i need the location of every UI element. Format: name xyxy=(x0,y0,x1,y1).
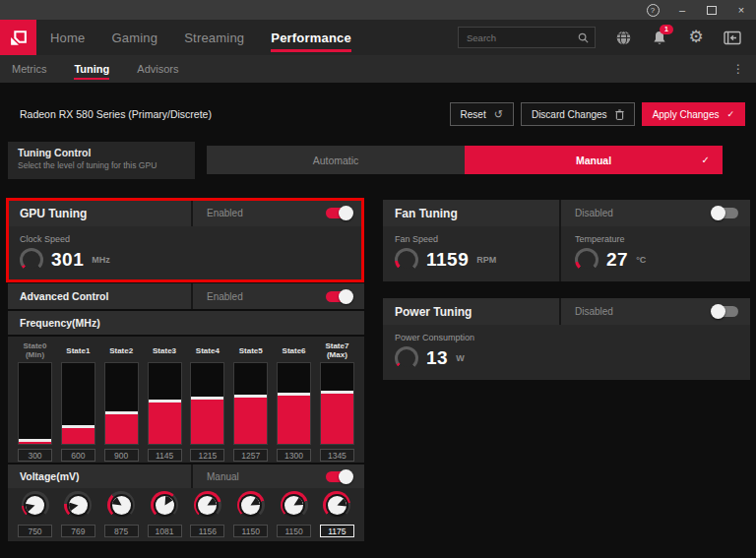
voltage-knob[interactable] xyxy=(107,491,135,519)
settings-button[interactable]: ⚙ xyxy=(687,29,705,46)
more-options-button[interactable]: ⋮ xyxy=(730,62,746,76)
help-button[interactable]: ? xyxy=(638,0,667,20)
nav-item-streaming[interactable]: Streaming xyxy=(184,20,244,55)
power-readout-row: Power Consumption 13 W xyxy=(383,325,750,380)
frequency-chart: State0(Min)State1State2State3State4State… xyxy=(8,337,364,463)
search-icon xyxy=(578,32,589,43)
voltage-manual-toggle[interactable] xyxy=(326,471,352,482)
voltage-value-input[interactable]: 769 xyxy=(61,525,95,537)
voltage-knob[interactable] xyxy=(323,491,350,519)
temperature-unit: °C xyxy=(636,255,646,265)
slider-handle[interactable] xyxy=(149,400,181,403)
voltage-knob[interactable] xyxy=(194,491,221,519)
frequency-value-input[interactable]: 1300 xyxy=(277,449,311,462)
tuning-mode-automatic[interactable]: Automatic xyxy=(207,146,465,174)
tuning-mode-manual[interactable]: Manual✓ xyxy=(465,146,723,174)
frequency-value-input[interactable]: 1345 xyxy=(320,449,354,462)
slider-handle[interactable] xyxy=(278,393,310,396)
search-input[interactable] xyxy=(465,31,574,44)
power-tuning-toggle[interactable] xyxy=(712,306,738,317)
slider-handle[interactable] xyxy=(62,425,94,428)
maximize-button[interactable] xyxy=(697,0,726,20)
apply-changes-button[interactable]: Apply Changes ✓ xyxy=(642,102,745,126)
fan-tuning-title: Fan Tuning xyxy=(383,200,561,226)
frequency-slider[interactable] xyxy=(190,362,224,445)
fan-readouts-row: Fan Speed 1159 RPM Temperature 27 °C xyxy=(383,226,750,281)
slider-handle[interactable] xyxy=(19,439,51,442)
frequency-slider[interactable] xyxy=(320,362,354,445)
advanced-control-toggle[interactable] xyxy=(326,291,352,302)
trash-icon xyxy=(615,109,624,120)
state-label: State4 xyxy=(190,339,224,362)
advanced-control-status: Enabled xyxy=(207,291,243,302)
slider-handle[interactable] xyxy=(234,395,267,398)
performance-subnav: MetricsTuningAdvisors ⋮ xyxy=(0,55,756,83)
frequency-slider[interactable] xyxy=(104,362,139,445)
discard-changes-button[interactable]: Discard Changes xyxy=(521,102,635,126)
state-label: State3 xyxy=(148,339,182,362)
nav-item-performance[interactable]: Performance xyxy=(271,20,351,55)
maximize-icon xyxy=(707,6,717,15)
frequency-slider[interactable] xyxy=(148,362,182,445)
globe-icon xyxy=(615,30,632,46)
voltage-value-input[interactable]: 1150 xyxy=(277,525,311,537)
slider-handle[interactable] xyxy=(191,397,223,400)
voltage-value-input[interactable]: 1150 xyxy=(233,525,268,537)
slider-handle[interactable] xyxy=(321,391,353,394)
search-box[interactable] xyxy=(458,27,596,48)
frequency-value-input[interactable]: 1215 xyxy=(190,449,224,462)
frequency-slider[interactable] xyxy=(18,362,52,445)
reset-button[interactable]: Reset ↺ xyxy=(450,102,514,126)
frequency-value-input[interactable]: 1145 xyxy=(148,449,182,462)
gpu-tuning-toggle[interactable] xyxy=(326,208,352,218)
radeon-software-window: ? – × HomeGamingStreamingPerformance xyxy=(0,0,756,558)
tuning-control-title: Tuning Control xyxy=(18,147,185,158)
frequency-sliders xyxy=(18,362,354,445)
help-icon: ? xyxy=(647,4,660,17)
amd-logo[interactable] xyxy=(0,20,36,55)
close-button[interactable]: × xyxy=(726,0,756,20)
fan-tuning-toggle[interactable] xyxy=(712,208,738,218)
voltage-value-input[interactable]: 1175 xyxy=(320,525,354,537)
frequency-state-labels: State0(Min)State1State2State3State4State… xyxy=(18,339,354,362)
state-label: State5 xyxy=(233,339,268,362)
frequency-slider[interactable] xyxy=(61,362,95,445)
voltage-knob[interactable] xyxy=(151,491,178,519)
voltage-knob[interactable] xyxy=(22,491,49,519)
frequency-header: Frequency(MHz) xyxy=(8,311,364,335)
nav-item-gaming[interactable]: Gaming xyxy=(111,20,158,55)
tab-tuning[interactable]: Tuning xyxy=(74,55,109,83)
frequency-slider[interactable] xyxy=(277,362,311,445)
nav-right: 1 ⚙ xyxy=(458,27,756,48)
amd-arrow-icon xyxy=(8,28,29,48)
tab-advisors[interactable]: Advisors xyxy=(137,55,178,83)
frequency-value-input[interactable]: 600 xyxy=(61,449,95,462)
voltage-value-input[interactable]: 875 xyxy=(104,525,139,537)
voltage-value-input[interactable]: 1081 xyxy=(148,525,182,537)
web-globe-button[interactable] xyxy=(614,29,632,46)
voltage-title: Voltage(mV) xyxy=(8,465,193,488)
voltage-knob[interactable] xyxy=(281,491,308,519)
slider-handle[interactable] xyxy=(105,411,138,414)
frequency-slider[interactable] xyxy=(233,362,268,445)
tuning-control-label: Tuning Control Select the level of tunin… xyxy=(8,142,195,179)
tab-metrics[interactable]: Metrics xyxy=(12,55,46,83)
voltage-value-input[interactable]: 1156 xyxy=(190,525,224,537)
frequency-value-input[interactable]: 300 xyxy=(18,449,52,462)
state-label: State6 xyxy=(277,339,311,362)
overlay-button[interactable] xyxy=(724,29,741,46)
frequency-value-input[interactable]: 1257 xyxy=(233,449,268,462)
temperature-label: Temperature xyxy=(575,234,750,244)
voltage-mode: Manual xyxy=(207,471,239,482)
clock-speed-label: Clock Speed xyxy=(20,234,352,244)
voltage-knob[interactable] xyxy=(64,491,92,519)
power-tuning-title: Power Tuning xyxy=(383,298,561,325)
advanced-control-header: Advanced Control Enabled xyxy=(8,283,364,309)
minimize-button[interactable]: – xyxy=(667,0,697,20)
frequency-value-input[interactable]: 900 xyxy=(104,449,139,462)
voltage-value-input[interactable]: 750 xyxy=(18,525,52,537)
tuning-control-subtitle: Select the level of tuning for this GPU xyxy=(18,160,185,170)
notifications-button[interactable]: 1 xyxy=(651,29,668,46)
nav-item-home[interactable]: Home xyxy=(50,20,85,55)
voltage-knob[interactable] xyxy=(237,491,265,519)
